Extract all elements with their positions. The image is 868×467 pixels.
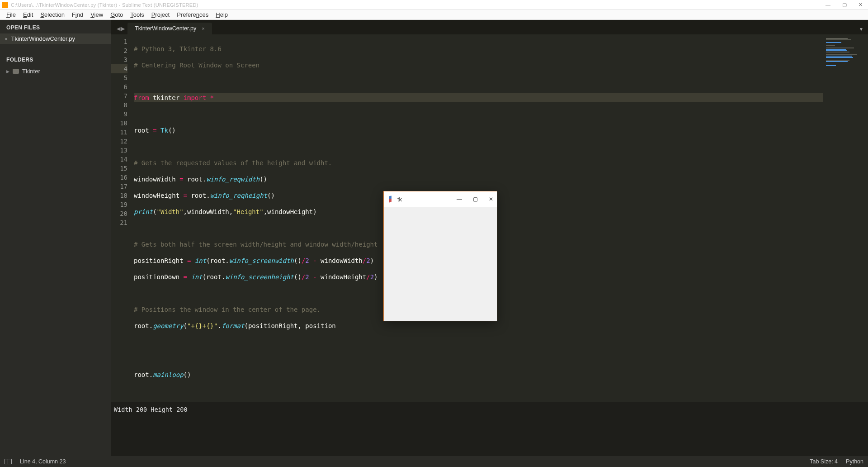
status-bar: Line 4, Column 23 Tab Size: 4 Python bbox=[0, 456, 868, 467]
minimize-button[interactable]: — bbox=[826, 2, 830, 8]
syntax-label[interactable]: Python bbox=[846, 458, 863, 465]
tab-overflow-icon[interactable]: ▼ bbox=[854, 24, 868, 34]
tk-window[interactable]: tk — ▢ ✕ bbox=[383, 191, 497, 321]
folder-icon bbox=[13, 69, 19, 74]
nav-back-icon[interactable]: ◀ bbox=[117, 26, 120, 32]
tk-minimize-button[interactable]: — bbox=[457, 196, 462, 202]
close-button[interactable]: ✕ bbox=[859, 2, 863, 8]
menu-file[interactable]: File bbox=[3, 11, 19, 18]
menu-bar: File Edit Selection Find View Goto Tools… bbox=[0, 10, 868, 20]
folders-header: FOLDERS bbox=[0, 52, 111, 66]
folder-item[interactable]: ▶ Tkinter bbox=[0, 66, 111, 77]
tab-bar: ◀ ▶ TkinterWindowCenter.py × ▼ bbox=[111, 20, 868, 34]
app-icon bbox=[2, 2, 8, 8]
menu-view[interactable]: View bbox=[87, 11, 107, 18]
cursor-position[interactable]: Line 4, Column 23 bbox=[20, 458, 66, 465]
tab-label: TkinterWindowCenter.py bbox=[135, 25, 196, 32]
os-titlebar: C:\Users\...\TkinterWindowCenter.py (Tki… bbox=[0, 0, 868, 10]
menu-help[interactable]: Help bbox=[212, 11, 231, 18]
open-file-name: TkinterWindowCenter.py bbox=[11, 35, 75, 42]
tk-feather-icon bbox=[387, 196, 394, 202]
menu-selection[interactable]: Selection bbox=[37, 11, 68, 18]
menu-find[interactable]: Find bbox=[68, 11, 87, 18]
window-title: C:\Users\...\TkinterWindowCenter.py (Tki… bbox=[11, 2, 198, 8]
tab-size[interactable]: Tab Size: 4 bbox=[810, 458, 838, 465]
open-files-header: OPEN FILES bbox=[0, 20, 111, 33]
tk-titlebar[interactable]: tk — ▢ ✕ bbox=[384, 191, 497, 207]
tk-close-button[interactable]: ✕ bbox=[489, 196, 493, 202]
tab-active[interactable]: TkinterWindowCenter.py × bbox=[127, 23, 212, 34]
build-output[interactable]: Width 200 Height 200 bbox=[111, 402, 868, 456]
close-file-icon[interactable]: × bbox=[5, 36, 7, 42]
tk-title: tk bbox=[397, 196, 402, 203]
tk-maximize-button[interactable]: ▢ bbox=[473, 196, 478, 202]
minimap[interactable] bbox=[823, 34, 868, 402]
tab-close-icon[interactable]: × bbox=[202, 26, 204, 31]
menu-goto[interactable]: Goto bbox=[107, 11, 127, 18]
expand-icon[interactable]: ▶ bbox=[6, 69, 9, 74]
menu-preferences[interactable]: Preferences bbox=[173, 11, 212, 18]
menu-edit[interactable]: Edit bbox=[19, 11, 37, 18]
panes-icon[interactable] bbox=[5, 459, 12, 464]
nav-forward-icon[interactable]: ▶ bbox=[121, 26, 125, 32]
line-gutter: 123456789101112131415161718192021 bbox=[111, 34, 131, 402]
console-line: Width 200 Height 200 bbox=[114, 406, 865, 413]
sidebar: OPEN FILES × TkinterWindowCenter.py FOLD… bbox=[0, 20, 111, 456]
maximize-button[interactable]: ▢ bbox=[842, 2, 847, 8]
open-file-item[interactable]: × TkinterWindowCenter.py bbox=[0, 33, 111, 44]
menu-tools[interactable]: Tools bbox=[127, 11, 147, 18]
folder-name: Tkinter bbox=[22, 68, 40, 75]
menu-project[interactable]: Project bbox=[148, 11, 173, 18]
